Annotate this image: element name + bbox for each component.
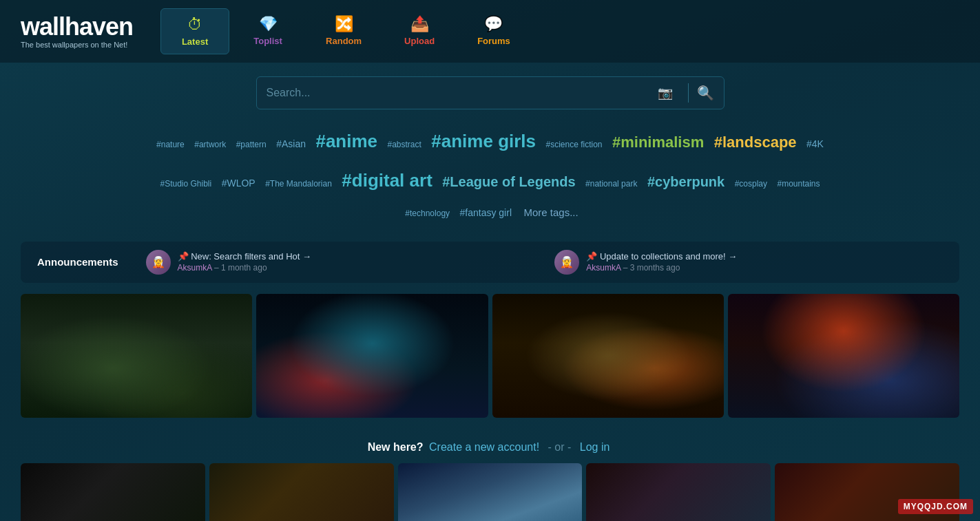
ann-title-text-1: New: Search filters and Hot → xyxy=(191,251,311,262)
ann-meta-2: AksumkA – 3 months ago xyxy=(586,263,737,273)
tag-4k[interactable]: #4K xyxy=(806,134,824,155)
ann-title-1[interactable]: 📌 New: Search filters and Hot → xyxy=(178,251,311,262)
diamond-icon: 💎 xyxy=(259,15,278,33)
bottom-thumb-4[interactable] xyxy=(586,463,771,521)
camera-icon[interactable]: 📷 xyxy=(658,85,673,100)
search-icon[interactable]: 🔍 xyxy=(697,85,714,101)
tag-mandalorian[interactable]: #The Mandalorian xyxy=(265,175,332,193)
announcement-2: 🧝 📌 Update to collections and more! → Ak… xyxy=(554,250,943,275)
announcements-bar: Announcements 🧝 📌 New: Search filters an… xyxy=(21,242,959,283)
login-link[interactable]: Log in xyxy=(580,441,610,453)
nav-random[interactable]: 🔀 Random xyxy=(306,8,381,54)
new-here-question: New here? xyxy=(368,441,424,453)
tag-asian[interactable]: #Asian xyxy=(276,134,306,155)
tag-pattern[interactable]: #pattern xyxy=(236,136,267,153)
ann-time-2: 3 months ago xyxy=(630,263,680,273)
pin-icon-2: 📌 xyxy=(586,251,597,262)
wallpaper-thumb-4[interactable] xyxy=(728,294,959,418)
nav-random-label: Random xyxy=(326,36,362,46)
search-section: 📷 🔍 xyxy=(21,76,959,109)
ann-content-1: 📌 New: Search filters and Hot → AksumkA … xyxy=(178,251,311,273)
tag-abstract[interactable]: #abstract xyxy=(388,136,421,153)
tag-anime-girls[interactable]: #anime girls xyxy=(431,122,536,161)
tag-anime[interactable]: #anime xyxy=(315,122,377,161)
chat-icon: 💬 xyxy=(484,15,503,33)
tags-cloud: #nature #artwork #pattern #Asian #anime … xyxy=(21,122,959,225)
search-input[interactable] xyxy=(267,87,658,99)
tag-studio-ghibli[interactable]: #Studio Ghibli xyxy=(160,175,211,193)
bottom-thumb-3[interactable] xyxy=(398,463,583,521)
nav-toplist-label: Toplist xyxy=(253,36,282,46)
tag-league[interactable]: #League of Legends xyxy=(442,167,575,197)
tag-fantasy-girl[interactable]: #fantasy girl xyxy=(460,202,512,224)
nav-forums[interactable]: 💬 Forums xyxy=(458,8,530,54)
wallpaper-thumb-1[interactable] xyxy=(21,294,252,418)
tag-mountains[interactable]: #mountains xyxy=(777,175,820,193)
wallpaper-thumb-3[interactable] xyxy=(492,294,724,418)
ann-author-1[interactable]: AksumkA xyxy=(178,263,212,273)
ann-title-2[interactable]: 📌 Update to collections and more! → xyxy=(586,251,737,262)
logo-title[interactable]: wallhaven xyxy=(21,14,133,39)
more-tags-link[interactable]: More tags... xyxy=(523,206,578,218)
ann-time-separator-2: – xyxy=(623,263,630,273)
ann-content-2: 📌 Update to collections and more! → Aksu… xyxy=(586,251,737,273)
tag-science-fiction[interactable]: #science fiction xyxy=(546,136,603,153)
announcements-label: Announcements xyxy=(37,256,118,268)
main-image-grid xyxy=(21,294,959,418)
ann-author-2[interactable]: AksumkA xyxy=(586,263,621,273)
nav-upload-label: Upload xyxy=(404,36,435,46)
nav-toplist[interactable]: 💎 Toplist xyxy=(233,8,302,54)
nav-upload[interactable]: 📤 Upload xyxy=(385,8,454,54)
shuffle-icon: 🔀 xyxy=(335,15,353,33)
bottom-thumb-2[interactable] xyxy=(209,463,394,521)
watermark: MYQQJD.COM xyxy=(898,499,973,514)
tag-cosplay[interactable]: #cosplay xyxy=(735,175,767,193)
pin-icon-1: 📌 xyxy=(178,251,189,262)
search-divider xyxy=(688,83,689,103)
logo-subtitle: The best wallpapers on the Net! xyxy=(21,41,133,49)
wallpaper-thumb-2[interactable] xyxy=(256,294,488,418)
main-nav: ⏱ Latest 💎 Toplist 🔀 Random 📤 Upload 💬 F… xyxy=(160,8,530,54)
bottom-image-grid xyxy=(21,463,959,521)
bottom-thumb-1[interactable] xyxy=(21,463,205,521)
tag-artwork[interactable]: #artwork xyxy=(194,136,226,153)
tag-national-park[interactable]: #national park xyxy=(585,175,637,193)
or-separator: - or - xyxy=(548,441,572,453)
search-box: 📷 🔍 xyxy=(256,76,724,109)
nav-latest-label: Latest xyxy=(182,36,208,47)
create-account-link[interactable]: Create a new account! xyxy=(429,441,539,453)
new-here-section: New here? Create a new account! - or - L… xyxy=(21,429,959,463)
nav-latest[interactable]: ⏱ Latest xyxy=(160,8,229,54)
ann-title-text-2: Update to collections and more! → xyxy=(600,251,737,262)
tag-wlop[interactable]: #WLOP xyxy=(222,173,256,194)
ann-time-1: 1 month ago xyxy=(221,263,267,273)
ann-meta-1: AksumkA – 1 month ago xyxy=(178,263,311,273)
header: wallhaven The best wallpapers on the Net… xyxy=(0,0,980,63)
logo-area: wallhaven The best wallpapers on the Net… xyxy=(21,14,133,49)
ann-time-separator-1: – xyxy=(214,263,221,273)
tag-digital-art[interactable]: #digital art xyxy=(342,161,432,200)
nav-forums-label: Forums xyxy=(477,36,510,46)
upload-icon: 📤 xyxy=(410,15,429,33)
ann-avatar-1: 🧝 xyxy=(146,250,171,275)
clock-icon: ⏱ xyxy=(187,16,202,34)
announcement-1: 🧝 📌 New: Search filters and Hot → Aksumk… xyxy=(146,250,534,275)
ann-avatar-2: 🧝 xyxy=(554,250,579,275)
tag-nature[interactable]: #nature xyxy=(156,136,185,153)
main-content: 📷 🔍 #nature #artwork #pattern #Asian #an… xyxy=(0,63,980,521)
tag-minimalism[interactable]: #minimalism xyxy=(612,126,704,159)
tag-technology[interactable]: #technology xyxy=(405,204,450,222)
tag-cyberpunk[interactable]: #cyberpunk xyxy=(647,167,724,197)
tag-landscape[interactable]: #landscape xyxy=(714,126,797,159)
